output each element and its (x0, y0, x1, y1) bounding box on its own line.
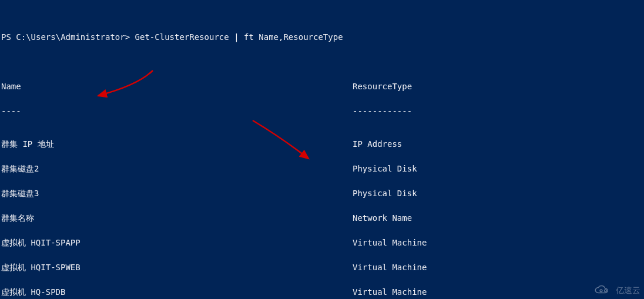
watermark: 亿速云 (592, 285, 640, 295)
watermark-text: 亿速云 (616, 286, 640, 294)
table1-header: NameResourceType (1, 82, 643, 90)
svg-point-0 (600, 290, 602, 292)
cell-type: Physical Disk (353, 164, 417, 173)
cell-name: 群集磁盘3 (1, 189, 353, 197)
table-row: 群集磁盘2Physical Disk (1, 164, 643, 173)
cell-name: 群集 IP 地址 (1, 140, 353, 148)
cell-type: Physical Disk (353, 189, 417, 198)
table1-header-name: Name (1, 82, 353, 90)
table-row: 虚拟机 HQIT-SPAPPVirtual Machine (1, 238, 643, 247)
cell-type: IP Address (353, 139, 402, 149)
cell-type: Virtual Machine (353, 287, 427, 297)
cell-name: 虚拟机 HQ-SPDB (1, 288, 353, 296)
cell-type: Network Name (353, 213, 412, 223)
command-1-text: Get-ClusterResource | ft Name,ResourceTy… (135, 32, 343, 42)
terminal-output[interactable]: PS C:\Users\Administrator> Get-ClusterRe… (0, 0, 644, 299)
cell-name: 虚拟机 HQIT-SPAPP (1, 238, 353, 247)
table-row: 虚拟机 HQIT-SPWEBVirtual Machine (1, 263, 643, 271)
table1-header-type: ResourceType (353, 82, 412, 91)
blank-line (1, 58, 643, 66)
cloud-icon (592, 285, 613, 295)
table1-divider: ---------------- (1, 107, 643, 115)
cell-name: 虚拟机 HQIT-SPWEB (1, 263, 353, 271)
cell-name: 群集名称 (1, 214, 353, 222)
table1-div-name: ---- (1, 107, 353, 115)
prompt-line-1: PS C:\Users\Administrator> Get-ClusterRe… (1, 33, 643, 41)
table-row: 群集磁盘3Physical Disk (1, 189, 643, 197)
table-row: 群集名称Network Name (1, 214, 643, 222)
cell-type: Virtual Machine (353, 263, 427, 272)
svg-point-1 (605, 290, 607, 292)
cell-name: 群集磁盘2 (1, 164, 353, 173)
table-row: 虚拟机 HQ-SPDBVirtual Machine (1, 288, 643, 296)
table-row: 群集 IP 地址IP Address (1, 140, 643, 148)
table1-div-type: ------------ (353, 106, 412, 116)
prompt-prefix: PS C:\Users\Administrator> (1, 32, 135, 42)
cell-type: Virtual Machine (353, 238, 427, 247)
